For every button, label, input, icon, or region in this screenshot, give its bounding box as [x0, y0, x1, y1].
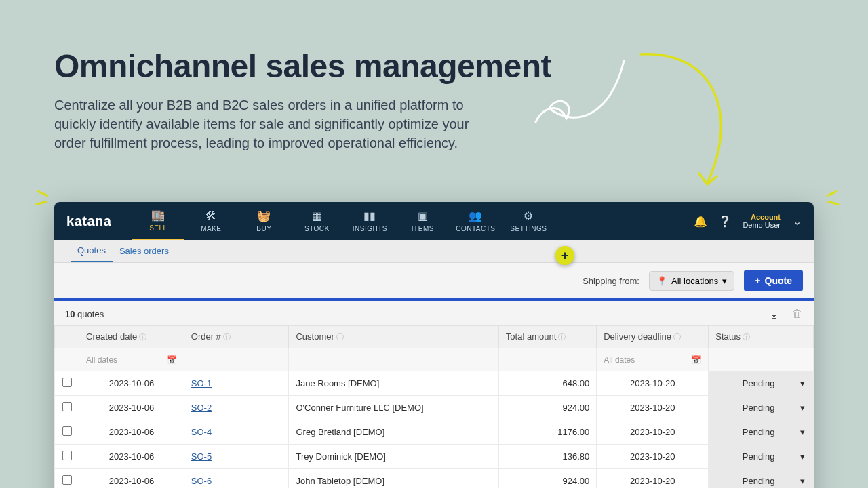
hammer-icon: 🛠 — [205, 210, 217, 222]
calendar-icon: 📅 — [167, 355, 177, 365]
filter-deadline[interactable]: All dates📅 — [597, 348, 709, 371]
row-order: SO-5 — [184, 445, 289, 469]
filter-order-input[interactable] — [191, 355, 282, 365]
order-link[interactable]: SO-1 — [191, 378, 212, 388]
col-customer[interactable]: Customerⓘ — [289, 326, 498, 348]
row-checkbox-cell — [55, 445, 79, 469]
status-select[interactable]: Pending▾ — [709, 396, 813, 419]
order-link[interactable]: SO-6 — [191, 476, 212, 486]
col-created[interactable]: Created dateⓘ — [79, 326, 184, 348]
store-icon: 🏬 — [151, 209, 165, 222]
order-link[interactable]: SO-5 — [191, 451, 212, 462]
table-row: 2023-10-06SO-1Jane Rooms [DEMO]648.00202… — [55, 371, 814, 396]
primary-nav: 🏬SELL 🛠MAKE 🧺BUY ▦STOCK ▮▮INSIGHTS ▣ITEM… — [132, 202, 555, 240]
add-button[interactable]: + — [555, 246, 574, 265]
row-order: SO-1 — [184, 371, 289, 396]
caret-down-icon: ▾ — [800, 403, 805, 413]
pin-icon: 📍 — [656, 276, 667, 286]
row-customer: John Tabletop [DEMO] — [289, 469, 498, 489]
nav-make[interactable]: 🛠MAKE — [184, 202, 237, 240]
info-icon: ⓘ — [558, 333, 566, 341]
info-icon: ⓘ — [139, 333, 146, 341]
plus-icon: + — [755, 275, 760, 286]
nav-contacts-label: CONTACTS — [456, 225, 495, 232]
status-select[interactable]: Pending▾ — [709, 421, 813, 443]
status-select[interactable]: Pending▾ — [709, 470, 813, 488]
account-menu[interactable]: Account Demo User — [743, 213, 781, 229]
nav-make-label: MAKE — [201, 225, 221, 232]
row-checkbox[interactable] — [62, 378, 72, 387]
nav-items[interactable]: ▣ITEMS — [396, 202, 449, 240]
caret-down-icon: ▾ — [722, 276, 727, 286]
help-icon[interactable]: ❔ — [718, 215, 732, 228]
nav-insights[interactable]: ▮▮INSIGHTS — [343, 202, 396, 240]
status-label: Pending — [717, 403, 800, 413]
row-status-cell: Pending▾ — [709, 469, 814, 489]
row-created: 2023-10-06 — [79, 420, 184, 445]
col-total[interactable]: Total amountⓘ — [498, 326, 596, 348]
status-label: Pending — [717, 378, 800, 388]
nav-buy[interactable]: 🧺BUY — [237, 202, 290, 240]
trash-icon[interactable]: 🗑 — [792, 308, 803, 320]
filter-total-input[interactable] — [506, 355, 589, 365]
filter-customer[interactable] — [289, 348, 498, 371]
row-status-cell: Pending▾ — [709, 396, 814, 420]
tab-sales-orders[interactable]: Sales orders — [113, 241, 176, 262]
quotes-table: Created dateⓘ Order #ⓘ Customerⓘ Total a… — [54, 325, 814, 488]
new-quote-button[interactable]: + Quote — [744, 270, 803, 291]
status-select[interactable]: Pending▾ — [709, 372, 813, 394]
account-user: Demo User — [743, 221, 781, 229]
row-checkbox[interactable] — [62, 475, 72, 485]
tab-quotes[interactable]: Quotes — [71, 240, 113, 262]
toolbar: Shipping from: 📍 All locations ▾ + Quote — [54, 263, 814, 298]
calendar-icon: 📅 — [691, 355, 701, 365]
order-link[interactable]: SO-2 — [191, 403, 212, 413]
row-created: 2023-10-06 — [79, 469, 184, 489]
location-select[interactable]: 📍 All locations ▾ — [649, 271, 734, 291]
col-select — [55, 326, 79, 348]
brand-logo: katana — [66, 214, 111, 229]
download-icon[interactable]: ⭳ — [769, 308, 780, 320]
nav-stock[interactable]: ▦STOCK — [290, 202, 343, 240]
bell-icon[interactable]: 🔔 — [694, 215, 707, 228]
row-customer: Greg Bretland [DEMO] — [289, 420, 498, 445]
caret-down-icon: ▾ — [800, 451, 805, 462]
row-checkbox[interactable] — [62, 402, 72, 411]
filter-total[interactable] — [498, 348, 596, 371]
row-checkbox-cell — [55, 420, 79, 445]
row-checkbox-cell — [55, 469, 79, 489]
status-label: Pending — [717, 476, 800, 486]
gear-icon: ⚙ — [524, 209, 534, 222]
nav-contacts[interactable]: 👥CONTACTS — [449, 202, 502, 240]
info-icon: ⓘ — [223, 333, 231, 341]
row-total: 924.00 — [498, 469, 596, 489]
spark-icon — [821, 188, 848, 216]
row-total: 648.00 — [498, 371, 596, 396]
nav-sell[interactable]: 🏬SELL — [132, 202, 184, 240]
status-select[interactable]: Pending▾ — [709, 445, 813, 468]
basket-icon: 🧺 — [257, 209, 271, 222]
row-deadline: 2023-10-20 — [597, 469, 709, 489]
filter-status[interactable] — [709, 348, 814, 371]
filter-select — [55, 348, 79, 371]
topbar: katana 🏬SELL 🛠MAKE 🧺BUY ▦STOCK ▮▮INSIGHT… — [54, 202, 814, 240]
row-checkbox[interactable] — [62, 426, 72, 436]
chevron-down-icon[interactable]: ⌄ — [793, 215, 802, 228]
row-total: 924.00 — [498, 396, 596, 420]
row-customer: Trey Dominick [DEMO] — [289, 445, 498, 469]
filter-created[interactable]: All dates📅 — [79, 348, 184, 371]
quote-button-label: Quote — [765, 275, 792, 286]
order-link[interactable]: SO-4 — [191, 427, 212, 437]
filter-customer-input[interactable] — [296, 355, 491, 365]
col-status[interactable]: Statusⓘ — [709, 326, 814, 348]
row-checkbox-cell — [55, 371, 79, 396]
filter-order[interactable] — [184, 348, 289, 371]
col-order[interactable]: Order #ⓘ — [184, 326, 289, 348]
nav-buy-label: BUY — [256, 225, 271, 232]
table-row: 2023-10-06SO-6John Tabletop [DEMO]924.00… — [55, 469, 814, 489]
nav-settings[interactable]: ⚙SETTINGS — [502, 202, 555, 240]
row-checkbox[interactable] — [62, 451, 72, 460]
caret-down-icon: ▾ — [800, 427, 805, 437]
col-deadline[interactable]: Delivery deadlineⓘ — [597, 326, 709, 348]
filter-status-input[interactable] — [715, 355, 806, 365]
